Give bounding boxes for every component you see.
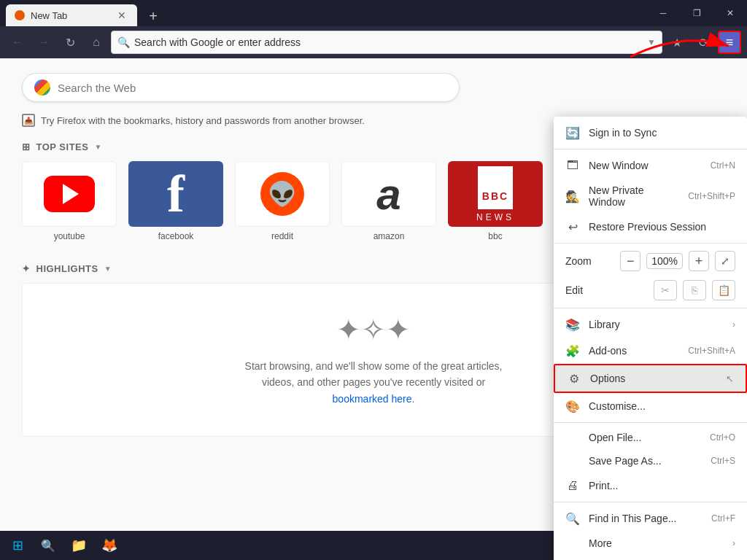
menu-divider-3 — [554, 308, 747, 308]
menu-divider-5 — [554, 502, 747, 502]
toolbar-right: ★ ⟳ ≡ — [665, 31, 741, 54]
addons-shortcut: Ctrl+Shift+A — [688, 346, 735, 356]
start-button[interactable]: ⊞ — [3, 531, 32, 560]
taskbar-firefox-button[interactable]: 🦊 — [95, 531, 124, 560]
youtube-play-icon — [63, 184, 79, 204]
site-tile-bbc[interactable]: BBC NEWS bbc — [448, 161, 543, 241]
address-dropdown-icon[interactable]: ▼ — [647, 37, 656, 47]
tab-favicon — [15, 10, 25, 20]
find-icon: 🔍 — [565, 511, 580, 526]
taskbar-search-button[interactable]: 🔍 — [34, 531, 63, 560]
google-search-input[interactable] — [58, 82, 447, 94]
edit-label: Edit — [565, 284, 648, 296]
active-tab[interactable]: New Tab ✕ — [6, 4, 137, 26]
paste-button[interactable]: 📋 — [712, 280, 735, 300]
back-button[interactable]: ← — [6, 31, 29, 54]
highlights-star-icon: ✦ — [22, 263, 31, 274]
site-tile-amazon[interactable]: a amazon — [341, 161, 436, 241]
menu-button[interactable]: ≡ — [718, 31, 741, 54]
zoom-out-button[interactable]: − — [620, 251, 640, 271]
dropdown-menu: 🔄 Sign in to Sync 🗔 New Window Ctrl+N 🕵 … — [554, 117, 747, 560]
open-file-shortcut: Ctrl+O — [710, 432, 735, 443]
site-tile-reddit[interactable]: 👽 reddit — [235, 161, 330, 241]
options-icon: ⚙ — [567, 371, 581, 386]
site-tile-youtube[interactable]: youtube — [22, 161, 117, 241]
amazon-icon: a — [376, 169, 400, 219]
menu-item-sign-in[interactable]: 🔄 Sign in to Sync — [554, 120, 747, 146]
titlebar: New Tab ✕ + ─ ❐ ✕ — [0, 0, 747, 26]
menu-item-save-page[interactable]: Save Page As... Ctrl+S — [554, 449, 747, 472]
highlights-toggle[interactable]: ▼ — [104, 265, 112, 273]
menu-item-new-window[interactable]: 🗔 New Window Ctrl+N — [554, 152, 747, 179]
copy-button[interactable]: ⎘ — [683, 280, 706, 300]
top-sites-toggle[interactable]: ▼ — [94, 143, 101, 151]
bbc-news-text: NEWS — [476, 212, 514, 222]
menu-item-print[interactable]: 🖨 Print... — [554, 472, 747, 499]
menu-item-restore[interactable]: ↩ Restore Previous Session — [554, 214, 747, 240]
restore-icon: ↩ — [565, 219, 580, 234]
bbc-logo-text: BBC — [482, 190, 508, 202]
cut-button[interactable]: ✂ — [654, 280, 677, 300]
new-tab-button[interactable]: + — [143, 6, 163, 26]
top-sites-label: TOP SITES — [36, 141, 89, 152]
zoom-fullscreen-button[interactable]: ⤢ — [715, 251, 735, 271]
bookmarks-icon[interactable]: ★ — [665, 31, 689, 54]
more-label: More — [565, 537, 724, 549]
refresh-button[interactable]: ↻ — [58, 31, 82, 54]
tab-close-button[interactable]: ✕ — [115, 9, 128, 22]
find-label: Find in This Page... — [589, 513, 703, 524]
import-icon: 📥 — [22, 114, 35, 127]
zoom-in-button[interactable]: + — [689, 251, 709, 271]
bbc-logo-box: BBC — [478, 166, 513, 209]
new-window-shortcut: Ctrl+N — [711, 160, 735, 171]
google-logo — [34, 79, 50, 96]
library-label: Library — [589, 319, 724, 330]
sync-icon[interactable]: ⟳ — [692, 31, 715, 54]
address-input[interactable] — [134, 36, 643, 48]
menu-item-addons[interactable]: 🧩 Add-ons Ctrl+Shift+A — [554, 338, 747, 364]
reddit-label: reddit — [271, 231, 293, 241]
tab-area: New Tab ✕ + — [0, 0, 163, 26]
print-icon: 🖨 — [565, 478, 580, 493]
menu-item-options[interactable]: ⚙ Options ↖ — [554, 364, 747, 393]
highlights-empty-text: Start browsing, and we'll show some of t… — [235, 358, 512, 407]
window-icon: 🗔 — [565, 158, 580, 173]
explorer-icon: 📁 — [71, 537, 87, 553]
address-bar[interactable]: 🔍 ▼ — [111, 31, 662, 54]
window-controls: ─ ❐ ✕ — [646, 0, 747, 26]
save-page-shortcut: Ctrl+S — [711, 456, 735, 466]
amazon-label: amazon — [374, 231, 405, 241]
amazon-thumbnail: a — [341, 161, 436, 227]
cursor-indicator: ↖ — [726, 373, 734, 384]
toolbar: ← → ↻ ⌂ 🔍 ▼ ★ ⟳ ≡ — [0, 26, 747, 58]
bookmarked-link[interactable]: bookmarked here — [333, 393, 412, 405]
restore-label: Restore Previous Session — [589, 221, 735, 233]
sign-in-label: Sign in to Sync — [589, 127, 735, 139]
reddit-thumbnail: 👽 — [235, 161, 330, 227]
tab-label: New Tab — [31, 10, 67, 21]
taskbar-search-icon: 🔍 — [41, 539, 55, 553]
menu-item-more[interactable]: More › — [554, 532, 747, 555]
maximize-button[interactable]: ❐ — [680, 0, 713, 26]
minimize-button[interactable]: ─ — [646, 0, 680, 26]
menu-item-library[interactable]: 📚 Library › — [554, 311, 747, 338]
menu-divider-2 — [554, 243, 747, 244]
close-button[interactable]: ✕ — [713, 0, 747, 26]
site-tile-facebook[interactable]: f facebook — [128, 161, 223, 241]
home-button[interactable]: ⌂ — [85, 31, 108, 54]
menu-item-new-private[interactable]: 🕵 New Private Window Ctrl+Shift+P — [554, 179, 747, 214]
menu-item-find[interactable]: 🔍 Find in This Page... Ctrl+F — [554, 505, 747, 532]
menu-item-customise[interactable]: 🎨 Customise... — [554, 393, 747, 419]
forward-button[interactable]: → — [32, 31, 55, 54]
menu-item-open-file[interactable]: Open File... Ctrl+O — [554, 426, 747, 449]
edit-control: Edit ✂ ⎘ 📋 — [554, 276, 747, 305]
menu-divider-4 — [554, 422, 747, 423]
more-arrow: › — [732, 538, 735, 548]
windows-logo: ⊞ — [12, 537, 23, 553]
menu-item-web-developer[interactable]: Web Developer › — [554, 555, 747, 560]
taskbar-explorer-button[interactable]: 📁 — [64, 531, 93, 560]
google-search-bar[interactable] — [22, 73, 460, 102]
zoom-label: Zoom — [565, 255, 614, 267]
bbc-thumbnail: BBC NEWS — [448, 161, 543, 227]
new-private-label: New Private Window — [589, 184, 679, 208]
